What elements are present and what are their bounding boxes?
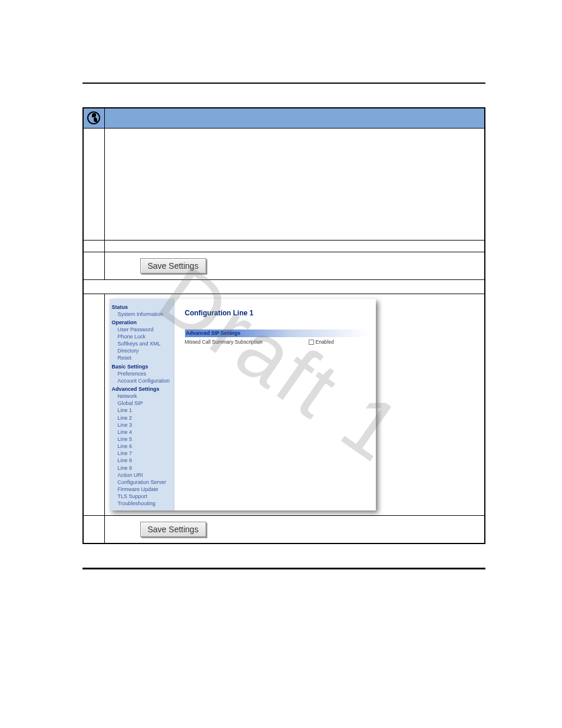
sidebar-item[interactable]: Directory bbox=[112, 347, 171, 354]
admin-panel: StatusSystem InformationOperationUser Pa… bbox=[110, 299, 376, 511]
sidebar-item[interactable]: Line 8 bbox=[112, 457, 171, 464]
globe-icon bbox=[87, 111, 100, 124]
sidebar-item[interactable]: TLS Support bbox=[112, 493, 171, 500]
sidebar-item[interactable]: Preferences bbox=[112, 370, 171, 377]
sidebar-item[interactable]: Reset bbox=[112, 354, 171, 361]
spacer-row bbox=[83, 279, 485, 294]
step-number-cell bbox=[83, 128, 104, 240]
checkbox-group: Enabled bbox=[309, 339, 334, 345]
sidebar-group-header: Status bbox=[112, 304, 171, 311]
sidebar-item[interactable]: Global SIP bbox=[112, 400, 171, 407]
sidebar-item[interactable]: Line 9 bbox=[112, 465, 171, 472]
table-row bbox=[83, 128, 485, 240]
checkbox-label: Enabled bbox=[316, 339, 334, 345]
sidebar-item[interactable]: Phone Lock bbox=[112, 333, 171, 340]
save-step-row: Save Settings bbox=[83, 516, 485, 544]
sidebar-item[interactable]: Line 2 bbox=[112, 414, 171, 421]
field-label: Missed Call Summary Subscription bbox=[185, 339, 309, 345]
save-step-row: Save Settings bbox=[83, 252, 485, 279]
step-number-cell bbox=[83, 294, 104, 516]
sidebar-item[interactable]: Softkeys and XML bbox=[112, 340, 171, 347]
screenshot-cell: StatusSystem InformationOperationUser Pa… bbox=[104, 294, 485, 516]
step-number-cell bbox=[83, 252, 104, 279]
sidebar-item[interactable]: Network bbox=[112, 393, 171, 400]
step-number-cell bbox=[83, 240, 104, 252]
header-title-cell bbox=[104, 108, 485, 128]
step-content-cell bbox=[104, 240, 485, 252]
sidebar-group-header: Basic Settings bbox=[112, 363, 171, 370]
spacer-left bbox=[83, 279, 104, 294]
admin-sidebar: StatusSystem InformationOperationUser Pa… bbox=[110, 299, 174, 511]
bottom-horizontal-rule bbox=[82, 568, 485, 569]
sidebar-item[interactable]: Firmware Update bbox=[112, 486, 171, 493]
sidebar-item[interactable]: Line 3 bbox=[112, 421, 171, 429]
enabled-checkbox[interactable] bbox=[309, 340, 314, 345]
sidebar-item[interactable]: Troubleshooting bbox=[112, 500, 171, 507]
step-number-cell bbox=[83, 516, 104, 544]
document-page: Save Settings StatusSystem InformationOp… bbox=[0, 0, 562, 728]
sidebar-item[interactable]: Line 7 bbox=[112, 450, 171, 457]
save-button[interactable]: Save Settings bbox=[140, 522, 206, 537]
sidebar-group-header: Operation bbox=[112, 319, 171, 326]
screenshot-row: StatusSystem InformationOperationUser Pa… bbox=[83, 294, 485, 516]
field-row: Missed Call Summary Subscription Enabled bbox=[185, 339, 368, 345]
config-title: Configuration Line 1 bbox=[185, 308, 368, 318]
step-content-cell: Save Settings bbox=[104, 252, 485, 279]
table-row bbox=[83, 240, 485, 252]
table-header-row bbox=[83, 108, 485, 128]
sidebar-item[interactable]: Line 6 bbox=[112, 443, 171, 450]
sidebar-item[interactable]: Line 1 bbox=[112, 407, 171, 414]
sidebar-item[interactable]: Line 4 bbox=[112, 429, 171, 436]
sidebar-item[interactable]: Action URI bbox=[112, 472, 171, 479]
header-icon-cell bbox=[83, 108, 104, 128]
step-content-cell: Save Settings bbox=[104, 516, 485, 544]
sidebar-item[interactable]: Account Configuration bbox=[112, 377, 171, 384]
sidebar-item[interactable]: User Password bbox=[112, 326, 171, 333]
sidebar-item[interactable]: Configuration Server bbox=[112, 479, 171, 486]
procedure-table: Save Settings StatusSystem InformationOp… bbox=[82, 107, 485, 544]
sidebar-item[interactable]: Line 5 bbox=[112, 436, 171, 443]
spacer-right bbox=[104, 279, 485, 294]
sidebar-group-header: Advanced Settings bbox=[112, 386, 171, 393]
step-content-cell bbox=[104, 128, 485, 240]
top-horizontal-rule bbox=[82, 83, 485, 84]
admin-main: Configuration Line 1 Advanced SIP Settin… bbox=[174, 299, 376, 511]
save-button[interactable]: Save Settings bbox=[140, 258, 206, 274]
sidebar-item[interactable]: System Information bbox=[112, 311, 171, 318]
section-header-bar: Advanced SIP Settings bbox=[185, 330, 368, 337]
